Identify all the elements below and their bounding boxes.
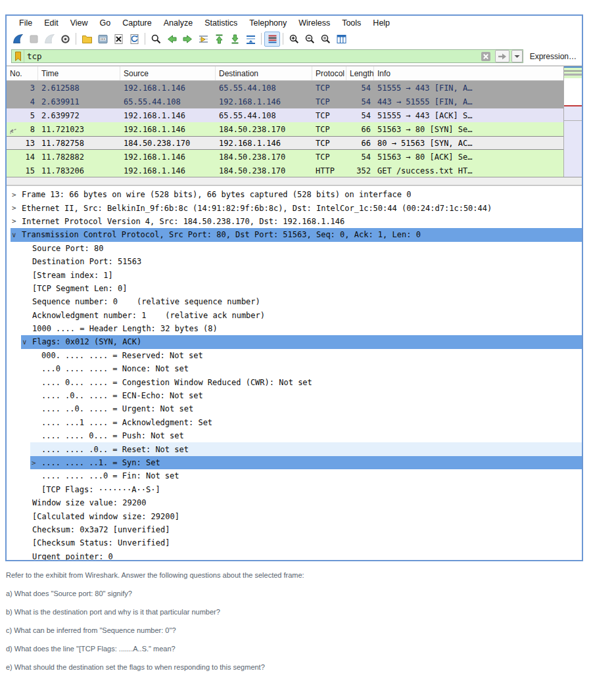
- filter-input[interactable]: [24, 50, 477, 62]
- find-packet-button[interactable]: [148, 32, 164, 47]
- detail-field-text: Source Port: 80: [32, 244, 103, 253]
- detail-field[interactable]: [Checksum Status: Unverified]: [7, 536, 582, 549]
- go-forward-button[interactable]: [179, 32, 195, 47]
- detail-field[interactable]: >.... .... ..1. = Syn: Set: [7, 456, 582, 469]
- start-capture-button[interactable]: [10, 32, 26, 47]
- menu-help[interactable]: Help: [367, 18, 396, 28]
- auto-scroll-button[interactable]: [243, 32, 258, 47]
- packet-row[interactable]: 42.63991165.55.44.108192.168.1.146TCP544…: [7, 95, 564, 108]
- menu-go[interactable]: Go: [94, 18, 117, 28]
- menu-statistics[interactable]: Statistics: [199, 18, 243, 28]
- stop-capture-button[interactable]: [26, 32, 41, 47]
- close-file-button[interactable]: [110, 32, 126, 47]
- detail-field[interactable]: Sequence number: 0 (relative sequence nu…: [7, 295, 582, 308]
- display-filter-field[interactable]: [11, 49, 523, 63]
- scrollbar-stripe: [564, 120, 582, 121]
- detail-field[interactable]: .... .... .0.. = Reset: Not set: [7, 442, 582, 455]
- column-header-source[interactable]: Source: [120, 66, 216, 80]
- expander-icon[interactable]: >: [11, 191, 22, 199]
- detail-field[interactable]: [Stream index: 1]: [7, 268, 582, 281]
- detail-field[interactable]: >Ethernet II, Src: BelkinIn_9f:6b:8c (14…: [7, 201, 582, 214]
- column-header-time[interactable]: Time: [38, 66, 120, 80]
- column-header-no[interactable]: No.: [7, 66, 38, 80]
- menu-telephony[interactable]: Telephony: [243, 18, 293, 28]
- open-file-button[interactable]: [79, 32, 95, 47]
- detail-field[interactable]: .... 0... .... = Congestion Window Reduc…: [7, 375, 582, 388]
- capture-options-button[interactable]: [57, 32, 73, 47]
- save-file-button[interactable]: [95, 32, 110, 47]
- detail-field-text: ...0 .... .... = Nonce: Not set: [41, 364, 189, 373]
- expander-icon[interactable]: >: [11, 217, 22, 225]
- detail-field[interactable]: Urgent pointer: 0: [7, 550, 582, 560]
- detail-field[interactable]: Destination Port: 51563: [7, 255, 582, 268]
- go-to-packet-button[interactable]: [195, 32, 211, 47]
- detail-field[interactable]: >Frame 13: 66 bytes on wire (528 bits), …: [7, 188, 582, 201]
- detail-field[interactable]: Checksum: 0x3a72 [unverified]: [7, 523, 582, 536]
- packet-row[interactable]: 1311.782758184.50.238.170192.168.1.146TC…: [7, 136, 564, 150]
- detail-field[interactable]: ∨Transmission Control Protocol, Src Port…: [7, 228, 582, 241]
- expander-icon[interactable]: >: [11, 204, 22, 212]
- detail-field[interactable]: ...0 .... .... = Nonce: Not set: [7, 362, 582, 375]
- detail-field[interactable]: .... .0.. .... = ECN-Echo: Not set: [7, 389, 582, 402]
- colorize-packets-button[interactable]: [264, 32, 280, 47]
- detail-field[interactable]: ∨Flags: 0x012 (SYN, ACK): [7, 335, 582, 348]
- expander-icon[interactable]: ∨: [11, 231, 22, 239]
- scrollbar-stripe: [564, 78, 582, 105]
- column-header-length[interactable]: Length: [346, 66, 374, 80]
- packet-row[interactable]: 32.612588192.168.1.14665.55.44.108TCP545…: [7, 81, 564, 95]
- filter-apply-button[interactable]: [495, 50, 509, 62]
- detail-field[interactable]: .... ..0. .... = Urgent: Not set: [7, 402, 582, 415]
- detail-field-text: Ethernet II, Src: BelkinIn_9f:6b:8c (14:…: [22, 204, 492, 213]
- filter-bookmark-icon[interactable]: [12, 50, 24, 62]
- detail-field[interactable]: 000. .... .... = Reserved: Not set: [7, 349, 582, 362]
- detail-field-text: .... .0.. .... = ECN-Echo: Not set: [41, 391, 203, 400]
- resize-columns-icon: [336, 34, 347, 45]
- zoom-in-button[interactable]: [286, 32, 302, 47]
- resize-columns-button[interactable]: [333, 32, 349, 47]
- detail-field[interactable]: .... .... ...0 = Fin: Not set: [7, 469, 582, 482]
- zoom-reset-button[interactable]: [318, 32, 333, 47]
- filter-dropdown-button[interactable]: [511, 50, 523, 62]
- detail-field[interactable]: [Calculated window size: 29200]: [7, 509, 582, 522]
- packet-list-scrollbar[interactable]: [563, 66, 582, 177]
- menu-analyze[interactable]: Analyze: [158, 18, 199, 28]
- menu-view[interactable]: View: [64, 18, 94, 28]
- menu-tools[interactable]: Tools: [336, 18, 367, 28]
- detail-field[interactable]: .... .... 0... = Push: Not set: [7, 429, 582, 442]
- packet-row[interactable]: 1511.783206192.168.1.146184.50.238.170HT…: [7, 164, 564, 177]
- detail-field[interactable]: [TCP Flags: ·······A··S·]: [7, 483, 582, 496]
- column-header-destination[interactable]: Destination: [216, 66, 312, 80]
- detail-field[interactable]: Source Port: 80: [7, 242, 582, 255]
- toolbar-separator: [76, 33, 76, 45]
- packet-list-header: No.TimeSourceDestinationProtocolLengthIn…: [7, 66, 564, 81]
- detail-field[interactable]: >Internet Protocol Version 4, Src: 184.5…: [7, 215, 582, 228]
- restart-capture-button[interactable]: [41, 32, 57, 47]
- go-last-packet-button[interactable]: [227, 32, 243, 47]
- column-header-protocol[interactable]: Protocol: [312, 66, 346, 80]
- go-back-button[interactable]: [164, 32, 179, 47]
- detail-field[interactable]: Acknowledgment number: 1 (relative ack n…: [7, 309, 582, 322]
- expander-icon[interactable]: >: [30, 459, 41, 467]
- pane-splitter[interactable]: [7, 177, 582, 185]
- apply-arrow-icon: [497, 53, 508, 60]
- filter-clear-button[interactable]: [479, 50, 493, 62]
- detail-field[interactable]: [TCP Segment Len: 0]: [7, 282, 582, 295]
- detail-field[interactable]: 1000 .... = Header Length: 32 bytes (8): [7, 322, 582, 335]
- question-item: d) What does the line "[TCP Flags: .....…: [6, 645, 609, 653]
- detail-field[interactable]: Window size value: 29200: [7, 496, 582, 509]
- zoom-out-button[interactable]: [302, 32, 318, 47]
- expression-button[interactable]: Expression…: [530, 52, 577, 61]
- reload-file-button[interactable]: [126, 32, 142, 47]
- detail-field[interactable]: .... ...1 .... = Acknowledgment: Set: [7, 416, 582, 429]
- expander-icon[interactable]: ∨: [21, 338, 32, 346]
- packet-row[interactable]: 811.721023192.168.1.146184.50.238.170TCP…: [7, 122, 564, 136]
- packet-row[interactable]: 52.639972192.168.1.14665.55.44.108TCP545…: [7, 108, 564, 122]
- menu-file[interactable]: File: [13, 18, 38, 28]
- packet-row[interactable]: 1411.782882192.168.1.146184.50.238.170TC…: [7, 150, 564, 164]
- menu-edit[interactable]: Edit: [38, 18, 64, 28]
- column-header-info[interactable]: Info: [374, 66, 564, 80]
- menu-capture[interactable]: Capture: [116, 18, 157, 28]
- menu-wireless[interactable]: Wireless: [293, 18, 336, 28]
- open-file-icon: [82, 34, 93, 45]
- go-first-packet-button[interactable]: [211, 32, 227, 47]
